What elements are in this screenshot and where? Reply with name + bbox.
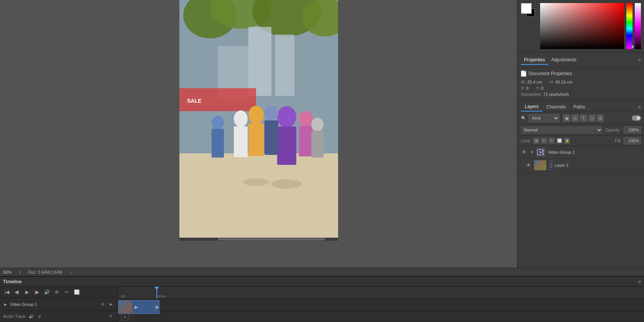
- resolution-row: Resolution: 72 pixels/inch: [521, 92, 641, 97]
- smart-filter-icon[interactable]: ⚙: [597, 115, 604, 122]
- doc-info-arrow: ›: [70, 270, 72, 274]
- tab-properties[interactable]: Properties: [521, 56, 548, 65]
- color-spectrum[interactable]: [626, 3, 632, 49]
- clip-end-arrow: ▶: [156, 304, 159, 310]
- color-gradient-picker[interactable]: [540, 3, 624, 49]
- color-gradient-dark: [540, 3, 624, 49]
- width-field: W: 25.4 cm: [521, 80, 542, 84]
- shape-filter-icon[interactable]: ⬡: [588, 115, 595, 122]
- svg-rect-29: [543, 150, 544, 151]
- layers-panel-menu[interactable]: ≡: [638, 104, 641, 110]
- tab-channels[interactable]: Channels: [542, 103, 570, 111]
- svg-rect-12: [234, 127, 248, 157]
- lock-transform-icon[interactable]: ⬜: [556, 138, 562, 144]
- step-forward-button[interactable]: |▶: [33, 288, 41, 296]
- audio-button[interactable]: 🔊: [43, 288, 51, 296]
- adjustment-filter-icon[interactable]: ◎: [572, 115, 578, 122]
- svg-rect-14: [248, 123, 264, 156]
- layer-visibility-toggle[interactable]: 👁: [521, 149, 527, 155]
- lock-all-icon[interactable]: 🔒: [564, 138, 570, 144]
- video-group-icon: [536, 148, 545, 157]
- settings-button[interactable]: ⚙: [53, 288, 61, 296]
- spectrum-arrow: [629, 45, 633, 48]
- xy-row: X: 0 Y: 0: [521, 86, 641, 90]
- timeline-track-video: ▶ Video Group 1 ⊞ ▶: [0, 298, 118, 311]
- lock-artboard-icon[interactable]: ✛: [549, 138, 555, 144]
- svg-rect-20: [264, 120, 278, 155]
- filter-toggle[interactable]: [632, 115, 641, 121]
- lock-position-icon[interactable]: ✏: [541, 138, 547, 144]
- lock-icons: ▣ ✏ ✛ ⬜ 🔒: [533, 138, 570, 144]
- x-field: X: 0: [521, 86, 529, 90]
- go-to-start-button[interactable]: |◀: [3, 288, 11, 296]
- opacity-value[interactable]: 100%: [624, 127, 641, 133]
- layer-item[interactable]: 👁 ▼ Video Group 1: [518, 146, 644, 159]
- document-icon: [521, 71, 526, 77]
- canvas-scrollbar[interactable]: [179, 238, 338, 241]
- timeline-title: Timeline: [3, 279, 21, 284]
- layer-visibility-toggle[interactable]: 👁: [526, 162, 532, 168]
- timeline-ruler: 00 00ms: [118, 287, 644, 299]
- timeline-right: 00 00ms ▶ ▶ +: [118, 287, 644, 322]
- properties-panel-menu[interactable]: ≡: [638, 57, 641, 63]
- layers-section: Layers Channels Paths ≡ 🔍 Kind: [518, 100, 644, 268]
- color-extra-strip[interactable]: [635, 3, 641, 49]
- video-strip-indicator: [549, 160, 552, 170]
- layer-expand-toggle[interactable]: ▼: [529, 150, 534, 154]
- add-track-button[interactable]: +: [121, 313, 129, 320]
- properties-tabs: Properties Adjustments ≡: [521, 56, 641, 67]
- tab-adjustments[interactable]: Adjustments: [548, 56, 580, 65]
- track-expand-button[interactable]: ▶: [108, 301, 115, 308]
- fill-value[interactable]: 100%: [624, 137, 641, 144]
- svg-point-25: [311, 118, 324, 131]
- tab-paths[interactable]: Paths: [570, 103, 589, 111]
- step-back-button[interactable]: ◀|: [13, 288, 21, 296]
- timeline-playhead-triangle: [154, 287, 159, 290]
- layers-tabs: Layers Channels Paths ≡: [518, 100, 644, 112]
- track-clip[interactable]: ▶ ▶: [118, 300, 159, 314]
- timeline-track-area: ▶ ▶: [118, 299, 644, 311]
- svg-point-15: [277, 106, 296, 128]
- layer-item[interactable]: 👁 Layer 1: [518, 159, 644, 172]
- audio-settings-button[interactable]: 🔊: [28, 313, 34, 320]
- pixel-filter-icon[interactable]: ▣: [563, 115, 570, 122]
- color-picker-row: [521, 3, 641, 49]
- timeline-controls: |◀ ◀| ▶ |▶ 🔊 ⚙ ✂ ⬜: [0, 287, 118, 298]
- filter-toggle-dot: [636, 116, 640, 120]
- audio-expand-button[interactable]: ⊞: [36, 313, 43, 320]
- clip-arrow: ▶: [132, 303, 140, 311]
- doc-properties-header: Document Properties: [521, 71, 641, 77]
- blend-mode-select[interactable]: Normal: [521, 126, 602, 134]
- ruler-mark-time: 00ms: [158, 294, 166, 298]
- timeline-menu[interactable]: ≡: [638, 279, 641, 285]
- track-settings-button[interactable]: ⊞: [99, 301, 106, 308]
- transition-button[interactable]: ⬜: [73, 288, 80, 296]
- lock-pixels-icon[interactable]: ▣: [533, 138, 539, 144]
- foreground-swatch[interactable]: [521, 3, 532, 14]
- width-height-row: W: 25.4 cm H: 45.16 cm: [521, 80, 641, 84]
- track-name: Video Group 1: [10, 302, 37, 307]
- track-expand[interactable]: ▶: [3, 302, 8, 307]
- svg-point-21: [271, 179, 302, 189]
- add-audio-track-button[interactable]: +: [107, 312, 115, 320]
- timeline-header: Timeline ≡: [0, 277, 644, 287]
- timeline-playhead[interactable]: [156, 287, 157, 299]
- text-filter-icon[interactable]: T: [580, 115, 587, 122]
- tab-layers[interactable]: Layers: [521, 102, 542, 112]
- svg-point-22: [243, 178, 269, 186]
- play-button[interactable]: ▶: [23, 288, 31, 296]
- canvas-image: SALE: [179, 0, 338, 238]
- canvas-scrollbar-thumb[interactable]: [218, 238, 325, 240]
- timeline-left: |◀ ◀| ▶ |▶ 🔊 ⚙ ✂ ⬜ ▶ Video Group 1 ⊞ ▶: [0, 287, 118, 322]
- layer-thumbnail-image: [534, 160, 546, 170]
- timeline-content: |◀ ◀| ▶ |▶ 🔊 ⚙ ✂ ⬜ ▶ Video Group 1 ⊞ ▶: [0, 287, 644, 322]
- cut-button[interactable]: ✂: [63, 288, 71, 296]
- svg-point-23: [212, 116, 224, 130]
- height-field: H: 45.16 cm: [550, 80, 572, 84]
- svg-point-19: [264, 105, 278, 121]
- y-field: Y: 0: [536, 86, 544, 90]
- svg-rect-6: [275, 34, 294, 96]
- zoom-level[interactable]: 50%: [3, 270, 12, 274]
- kind-filter-select[interactable]: Kind: [529, 114, 559, 122]
- svg-marker-28: [540, 151, 542, 153]
